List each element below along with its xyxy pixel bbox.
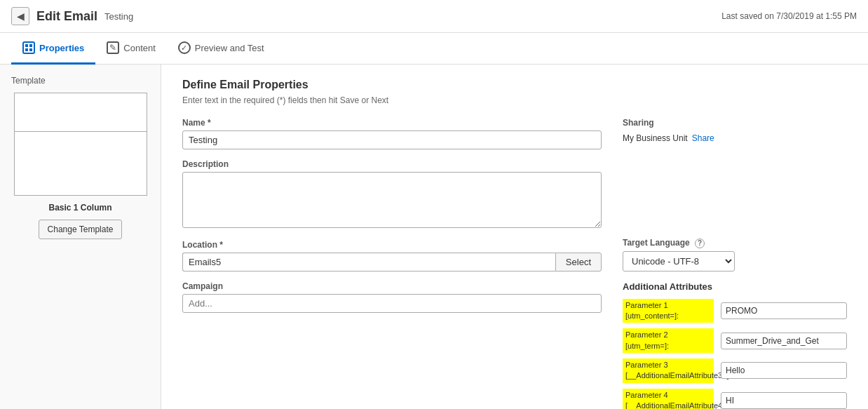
section-title: Define Email Properties <box>182 79 847 91</box>
description-right-spacer <box>623 159 847 228</box>
template-preview-body <box>15 132 147 195</box>
target-language-help-icon[interactable]: ? <box>695 239 705 248</box>
param-label-4: Parameter 4[__AdditionalEmailAttribute4=… <box>623 389 714 409</box>
location-label: Location * <box>182 240 602 250</box>
target-language-label: Target Language ? <box>623 238 847 248</box>
param-rows: Parameter 1[utm_content=]:Parameter 2[ut… <box>623 299 847 410</box>
check-icon: ✓ <box>178 41 191 54</box>
email-name-header: Testing <box>104 11 133 22</box>
tab-properties-label: Properties <box>39 43 84 53</box>
tab-bar: Properties ✎ Content ✓ Preview and Test <box>0 33 868 65</box>
campaign-label: Campaign <box>182 281 602 291</box>
description-label: Description <box>182 159 602 169</box>
template-preview-header <box>15 93 147 132</box>
tab-content-label: Content <box>123 43 156 53</box>
target-language-group: Target Language ? Unicode - UTF-8 UTF-8 … <box>623 238 847 271</box>
section-subtitle: Enter text in the required (*) fields th… <box>182 95 847 105</box>
template-preview <box>14 93 147 196</box>
svg-rect-0 <box>25 44 28 47</box>
svg-rect-1 <box>29 44 32 47</box>
tab-preview-label: Preview and Test <box>195 43 264 53</box>
target-language-select[interactable]: Unicode - UTF-8 UTF-8 ISO-8859-1 <box>623 251 735 271</box>
select-button[interactable]: Select <box>555 253 602 271</box>
param-input-4[interactable] <box>721 392 847 409</box>
location-input[interactable] <box>182 253 555 271</box>
campaign-input[interactable] <box>182 294 602 313</box>
param-row-3: Parameter 3[__AdditionalEmailAttribute3=… <box>623 358 847 383</box>
name-sharing-row: Name * Sharing My Business Unit Share <box>182 118 847 149</box>
campaign-attrs-row: Campaign Additional Attributes Parameter… <box>182 281 847 410</box>
last-saved-info: Last saved on 7/30/2019 at 1:55 PM <box>721 11 857 21</box>
param-row-2: Parameter 2[utm_term=]: <box>623 328 847 353</box>
description-textarea[interactable] <box>182 172 602 228</box>
location-group: Location * Select <box>182 240 602 271</box>
page-header: ◀ Edit Email Testing Last saved on 7/30/… <box>0 0 868 33</box>
param-label-3: Parameter 3[__AdditionalEmailAttribute3=… <box>623 358 714 383</box>
header-left: ◀ Edit Email Testing <box>11 7 133 25</box>
name-label: Name * <box>182 118 602 128</box>
name-input[interactable] <box>182 130 602 149</box>
template-name: Basic 1 Column <box>48 203 111 213</box>
form-area: Define Email Properties Enter text in th… <box>161 65 868 409</box>
param-row-4: Parameter 4[__AdditionalEmailAttribute4=… <box>623 389 847 409</box>
location-row: Location * Select Target Language ? Unic… <box>182 238 847 271</box>
sidebar: Template Basic 1 Column Change Template <box>0 65 161 409</box>
description-row: Description <box>182 159 847 228</box>
svg-rect-3 <box>29 48 32 51</box>
param-input-2[interactable] <box>721 333 847 349</box>
additional-attributes-group: Additional Attributes Parameter 1[utm_co… <box>623 281 847 410</box>
share-link[interactable]: Share <box>692 133 714 143</box>
additional-attrs-title: Additional Attributes <box>623 281 847 292</box>
change-template-button[interactable]: Change Template <box>39 220 123 239</box>
tab-preview[interactable]: ✓ Preview and Test <box>167 33 276 65</box>
param-label-2: Parameter 2[utm_term=]: <box>623 328 714 353</box>
param-input-1[interactable] <box>721 302 847 319</box>
tab-content[interactable]: ✎ Content <box>95 33 167 65</box>
campaign-group: Campaign <box>182 281 602 313</box>
main-content: Template Basic 1 Column Change Template … <box>0 65 868 409</box>
name-group: Name * <box>182 118 602 149</box>
description-group: Description <box>182 159 602 228</box>
pencil-icon: ✎ <box>107 41 119 54</box>
location-input-wrapper: Select <box>182 253 602 271</box>
tab-properties[interactable]: Properties <box>11 33 95 65</box>
page-title: Edit Email <box>36 9 97 24</box>
sharing-value: My Business Unit Share <box>623 133 847 143</box>
param-label-1: Parameter 1[utm_content=]: <box>623 299 714 323</box>
param-row-1: Parameter 1[utm_content=]: <box>623 299 847 323</box>
svg-rect-2 <box>25 48 28 51</box>
sharing-group: Sharing My Business Unit Share <box>623 118 847 149</box>
param-input-3[interactable] <box>721 362 847 379</box>
sharing-label: Sharing <box>623 118 847 128</box>
back-button[interactable]: ◀ <box>11 7 29 25</box>
sharing-business-unit: My Business Unit <box>623 133 688 143</box>
grid-icon <box>22 41 35 54</box>
template-section-label: Template <box>11 76 46 86</box>
